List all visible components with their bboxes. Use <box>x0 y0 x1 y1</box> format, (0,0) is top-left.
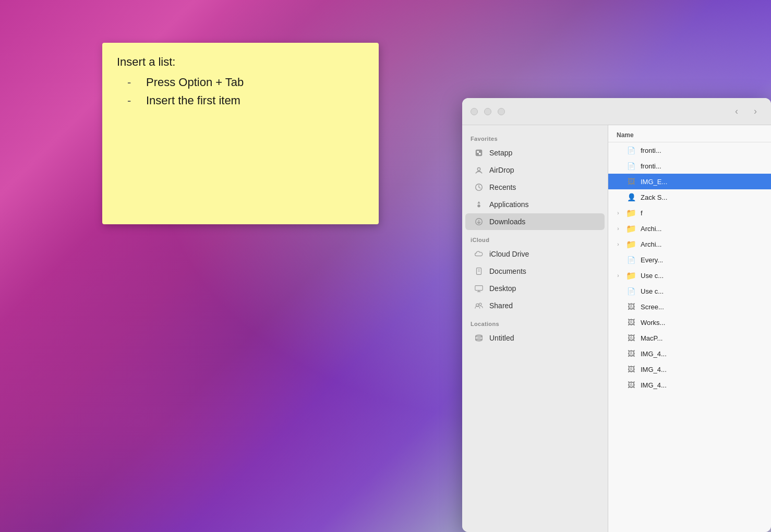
file-icon-archiv1: 📁 <box>626 223 636 234</box>
forward-button[interactable]: › <box>748 104 763 119</box>
file-name-archiv2: Archi... <box>641 240 661 248</box>
file-icon-fronti2: 📄 <box>626 161 636 171</box>
file-name-img-4b: IMG_4... <box>641 366 667 373</box>
file-item-use-c1[interactable]: ›📁Use c... <box>608 268 771 283</box>
back-button[interactable]: ‹ <box>729 104 744 119</box>
finder-window: ‹ › FavoritesSetappAirDropRecentsApplica… <box>462 98 771 532</box>
file-icon-fronti1: 📄 <box>626 145 636 155</box>
sticky-dash: - <box>127 91 136 110</box>
sidebar-item-label-applications: Applications <box>489 200 529 209</box>
finder-titlebar: ‹ › <box>462 98 771 125</box>
file-name-f-folder: f <box>641 209 643 217</box>
setapp-icon <box>474 148 484 158</box>
sticky-dash: - <box>127 73 136 91</box>
documents-icon <box>474 266 484 276</box>
sidebar-item-label-recents: Recents <box>489 183 516 191</box>
finder-nav: ‹ › <box>729 104 763 119</box>
sidebar-item-shared[interactable]: Shared <box>465 297 605 314</box>
recents-icon <box>474 182 484 192</box>
file-name-every: Every... <box>641 256 663 264</box>
svg-rect-0 <box>476 150 483 156</box>
file-icon-use-c1: 📁 <box>626 270 636 281</box>
sticky-note-item-text: Insert the first item <box>146 91 240 110</box>
sidebar-item-label-setapp: Setapp <box>489 149 512 157</box>
sidebar-item-downloads[interactable]: Downloads <box>465 213 605 230</box>
file-name-img-e: IMG_E... <box>641 178 667 186</box>
sidebar-item-label-shared: Shared <box>489 301 513 310</box>
chevron-icon-archiv2: › <box>615 241 622 247</box>
maximize-button[interactable] <box>498 108 505 115</box>
file-name-use-c2: Use c... <box>641 287 664 295</box>
file-item-works[interactable]: 🖼Works... <box>608 315 771 330</box>
file-name-macp: MacP... <box>641 334 662 342</box>
file-item-archiv2[interactable]: ›📁Archi... <box>608 236 771 252</box>
file-name-img-4c: IMG_4... <box>641 381 667 389</box>
file-item-img-4b[interactable]: 🖼IMG_4... <box>608 361 771 377</box>
sidebar-item-recents[interactable]: Recents <box>465 179 605 196</box>
file-name-img-4a: IMG_4... <box>641 350 667 358</box>
file-name-fronti1: fronti... <box>641 147 661 154</box>
sidebar-section-favorites: Favorites <box>462 129 608 144</box>
sticky-note-item: -Insert the first item <box>127 91 364 110</box>
file-item-zack[interactable]: 👤Zack S... <box>608 189 771 205</box>
sticky-note-item-text: Press Option + Tab <box>146 73 244 91</box>
file-item-scree[interactable]: 🖼Scree... <box>608 299 771 315</box>
icloud-icon <box>474 249 484 259</box>
sidebar-section-icloud: iCloud <box>462 231 608 245</box>
sidebar-item-airdrop[interactable]: AirDrop <box>465 162 605 178</box>
file-item-fronti2[interactable]: 📄fronti... <box>608 158 771 174</box>
file-item-every[interactable]: 📄Every... <box>608 252 771 268</box>
downloads-icon <box>474 216 484 227</box>
svg-point-14 <box>479 303 481 306</box>
file-icon-use-c2: 📄 <box>626 286 636 296</box>
file-icon-macp: 🖼 <box>626 333 636 343</box>
chevron-icon-use-c1: › <box>615 273 622 279</box>
file-icon-img-4c: 🖼 <box>626 380 636 390</box>
file-item-img-4c[interactable]: 🖼IMG_4... <box>608 377 771 393</box>
file-icon-archiv2: 📁 <box>626 239 636 249</box>
sidebar-item-icloud-drive[interactable]: iCloud Drive <box>465 246 605 262</box>
sidebar-section-locations: Locations <box>462 315 608 329</box>
sticky-note: Insert a list: -Press Option + Tab-Inser… <box>102 43 379 224</box>
desktop-icon <box>474 283 484 294</box>
file-item-archiv1[interactable]: ›📁Archi... <box>608 221 771 236</box>
sidebar-item-desktop[interactable]: Desktop <box>465 280 605 297</box>
file-item-img-4a[interactable]: 🖼IMG_4... <box>608 346 771 361</box>
sidebar-item-label-icloud-drive: iCloud Drive <box>489 250 529 258</box>
sidebar-item-label-downloads: Downloads <box>489 217 525 226</box>
finder-main: Name 📄fronti...📄fronti...🖼IMG_E...👤Zack … <box>608 125 771 532</box>
file-item-f-folder[interactable]: ›📁f <box>608 205 771 221</box>
file-item-macp[interactable]: 🖼MacP... <box>608 330 771 346</box>
file-name-fronti2: fronti... <box>641 162 661 170</box>
svg-point-5 <box>477 204 480 207</box>
sticky-note-item: -Press Option + Tab <box>127 73 364 91</box>
finder-body: FavoritesSetappAirDropRecentsApplication… <box>462 125 771 532</box>
minimize-button[interactable] <box>484 108 491 115</box>
file-item-use-c2[interactable]: 📄Use c... <box>608 283 771 299</box>
file-name-works: Works... <box>641 319 665 327</box>
disk-icon <box>474 333 484 343</box>
file-name-scree: Scree... <box>641 303 664 311</box>
sidebar-item-applications[interactable]: Applications <box>465 196 605 213</box>
sidebar-item-untitled[interactable]: Untitled <box>465 330 605 346</box>
sidebar-item-documents[interactable]: Documents <box>465 263 605 280</box>
file-name-zack: Zack S... <box>641 194 667 201</box>
sidebar-item-label-airdrop: AirDrop <box>489 166 514 174</box>
file-icon-img-e: 🖼 <box>626 176 636 187</box>
svg-rect-1 <box>477 151 479 153</box>
file-item-fronti1[interactable]: 📄fronti... <box>608 142 771 158</box>
file-icon-scree: 🖼 <box>626 301 636 312</box>
applications-icon <box>474 199 484 210</box>
chevron-icon-archiv1: › <box>615 226 622 232</box>
column-header: Name <box>608 129 771 142</box>
file-icon-f-folder: 📁 <box>626 208 636 218</box>
sidebar-item-label-desktop: Desktop <box>489 284 516 293</box>
sticky-note-title: Insert a list: <box>117 55 364 69</box>
close-button[interactable] <box>471 108 478 115</box>
sidebar-item-setapp[interactable]: Setapp <box>465 144 605 161</box>
sidebar-item-label-documents: Documents <box>489 267 526 275</box>
file-item-img-e[interactable]: 🖼IMG_E... <box>608 174 771 189</box>
file-icon-every: 📄 <box>626 255 636 265</box>
airdrop-icon <box>474 165 484 175</box>
svg-rect-2 <box>479 153 481 155</box>
